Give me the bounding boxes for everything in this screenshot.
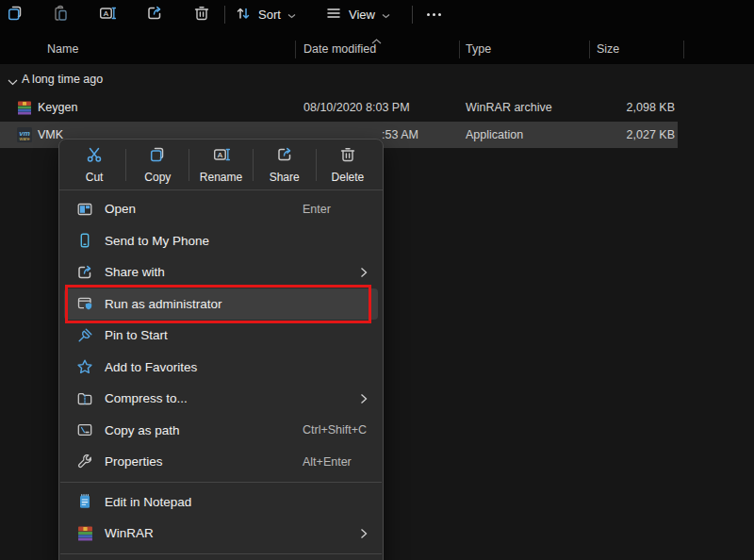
chevron-down-icon bbox=[287, 8, 296, 22]
menu-item-label: Compress to... bbox=[105, 391, 188, 405]
rename-label: Rename bbox=[200, 171, 242, 184]
share-icon bbox=[145, 4, 164, 26]
file-explorer-window: A bbox=[0, 0, 754, 560]
toolbar-separator bbox=[412, 6, 413, 24]
share-button[interactable]: Share bbox=[254, 142, 316, 188]
group-header[interactable]: A long time ago bbox=[0, 70, 754, 91]
winrar-file-icon bbox=[17, 100, 32, 115]
copy-button[interactable] bbox=[2, 2, 28, 27]
menu-separator bbox=[60, 482, 382, 483]
copy-button[interactable]: Copy bbox=[126, 142, 188, 188]
rename-icon: A bbox=[98, 4, 117, 26]
share-button[interactable] bbox=[141, 2, 168, 27]
menu-item-send-to-my-phone[interactable]: Send to My Phone bbox=[59, 225, 383, 257]
column-header-size[interactable]: Size bbox=[597, 42, 619, 56]
pin-icon bbox=[75, 326, 94, 345]
file-type: Application bbox=[466, 128, 523, 141]
delete-button[interactable]: Delete bbox=[317, 142, 379, 188]
column-separator[interactable] bbox=[683, 41, 684, 58]
more-options-button[interactable] bbox=[420, 2, 447, 27]
sort-label: Sort bbox=[258, 8, 281, 22]
menu-item-properties[interactable]: Properties Alt+Enter bbox=[59, 446, 383, 478]
delete-label: Delete bbox=[332, 171, 365, 184]
menu-item-winrar[interactable]: WinRAR bbox=[59, 518, 383, 550]
top-section: A bbox=[0, 0, 754, 64]
toolbar-separator bbox=[224, 6, 225, 24]
view-label: View bbox=[349, 8, 375, 22]
svg-text:A: A bbox=[104, 9, 109, 18]
menu-item-shortcut: Enter bbox=[303, 203, 331, 216]
menu-item-label: Share with bbox=[105, 265, 165, 279]
menu-item-compress-to[interactable]: Compress to... bbox=[59, 383, 383, 415]
paste-button[interactable] bbox=[47, 2, 74, 27]
file-date-modified: :53 AM bbox=[382, 128, 418, 141]
chevron-down-icon bbox=[382, 8, 390, 22]
rename-icon: A bbox=[212, 145, 231, 167]
context-menu: Cut Copy A bbox=[58, 139, 384, 560]
delete-icon bbox=[338, 145, 357, 167]
column-header-name[interactable]: Name bbox=[47, 42, 78, 56]
file-type: WinRAR archive bbox=[466, 101, 552, 114]
column-separator[interactable] bbox=[459, 41, 460, 58]
menu-item-edit-in-notepad[interactable]: Edit in Notepad bbox=[59, 486, 383, 519]
menu-item-add-to-favorites[interactable]: Add to Favorites bbox=[59, 352, 383, 384]
ellipsis-icon bbox=[427, 13, 441, 16]
menu-item-label: Send to My Phone bbox=[105, 234, 209, 248]
menu-item-label: Run as administrator bbox=[105, 297, 222, 311]
file-date-modified: 08/10/2020 8:03 PM bbox=[303, 101, 410, 114]
sort-icon bbox=[235, 5, 252, 25]
view-button[interactable]: View bbox=[325, 2, 390, 27]
sort-button[interactable]: Sort bbox=[235, 2, 296, 27]
menu-item-label: Copy as path bbox=[105, 423, 180, 437]
chevron-down-icon[interactable] bbox=[8, 75, 18, 89]
menu-item-label: Properties bbox=[105, 454, 163, 469]
share-icon bbox=[275, 145, 294, 167]
column-header-type[interactable]: Type bbox=[466, 42, 491, 56]
menu-item-open[interactable]: Open Enter bbox=[59, 193, 383, 225]
cut-label: Cut bbox=[86, 171, 104, 184]
wrench-icon bbox=[75, 453, 94, 471]
menu-item-label: Add to Favorites bbox=[105, 360, 197, 374]
copy-icon bbox=[6, 4, 25, 26]
column-header-row: Name Date modified Type Size bbox=[0, 34, 754, 62]
file-size: 2,098 KB bbox=[566, 101, 675, 114]
column-header-date-modified[interactable]: Date modified bbox=[303, 42, 376, 56]
share-label: Share bbox=[270, 171, 300, 184]
menu-item-copy-as-path[interactable]: Copy as path Ctrl+Shift+C bbox=[59, 415, 383, 447]
menu-item-run-as-administrator[interactable]: Run as administrator bbox=[64, 288, 378, 321]
submenu-chevron-icon bbox=[360, 267, 368, 278]
star-icon bbox=[75, 357, 94, 376]
compress-zip-folder-icon bbox=[75, 389, 94, 408]
copy-icon bbox=[148, 145, 167, 167]
group-label: A long time ago bbox=[22, 73, 103, 86]
menu-item-shortcut: Alt+Enter bbox=[303, 455, 352, 469]
file-size: 2,027 KB bbox=[566, 128, 675, 141]
command-toolbar: A bbox=[0, 0, 754, 29]
svg-text:ware: ware bbox=[20, 136, 30, 141]
menu-item-shortcut: Ctrl+Shift+C bbox=[303, 423, 367, 436]
file-name: Keygen bbox=[38, 101, 77, 114]
copy-label: Copy bbox=[144, 171, 171, 184]
cut-icon bbox=[85, 145, 104, 167]
menu-separator bbox=[60, 553, 382, 554]
menu-item-share-with[interactable]: Share with bbox=[59, 256, 383, 288]
menu-item-label: Pin to Start bbox=[105, 328, 168, 342]
submenu-chevron-icon bbox=[360, 393, 368, 404]
delete-icon bbox=[192, 4, 211, 26]
menu-item-label: WinRAR bbox=[105, 526, 154, 540]
file-row-keygen[interactable]: Keygen 08/10/2020 8:03 PM WinRAR archive… bbox=[0, 94, 678, 121]
menu-item-pin-to-start[interactable]: Pin to Start bbox=[59, 320, 383, 352]
notepad-icon bbox=[75, 492, 94, 511]
rename-button[interactable]: A Rename bbox=[189, 142, 252, 188]
share-icon bbox=[75, 263, 94, 282]
cut-button[interactable]: Cut bbox=[63, 142, 125, 188]
column-separator[interactable] bbox=[295, 41, 296, 58]
submenu-chevron-icon bbox=[360, 528, 368, 539]
run-as-administrator-icon bbox=[75, 294, 94, 313]
menu-item-label: Open bbox=[105, 202, 136, 216]
svg-text:A: A bbox=[217, 151, 222, 159]
menu-items: Open Enter Send to My Phone bbox=[59, 190, 383, 554]
column-separator[interactable] bbox=[589, 41, 590, 58]
rename-button[interactable]: A bbox=[94, 2, 121, 27]
delete-button[interactable] bbox=[188, 2, 215, 27]
